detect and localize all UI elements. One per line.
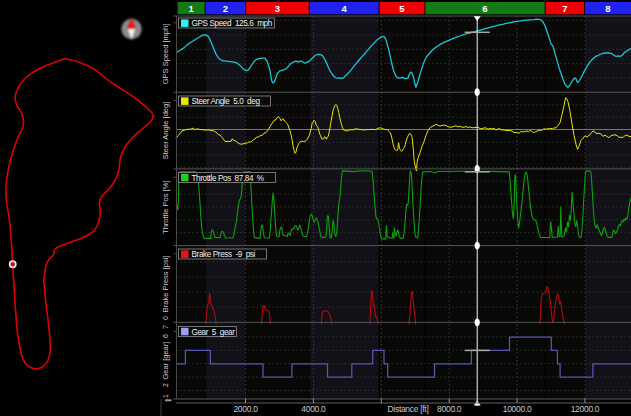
svg-text:Steer Angle [deg]: Steer Angle [deg] xyxy=(161,102,170,160)
svg-text:Throttle Pos [%]: Throttle Pos [%] xyxy=(161,181,170,234)
svg-text:10000.0: 10000.0 xyxy=(503,404,532,414)
svg-text:2: 2 xyxy=(223,3,228,14)
svg-text:Gear [gear]: Gear [gear] xyxy=(161,342,170,380)
svg-text:4000.0: 4000.0 xyxy=(301,404,326,414)
svg-text:8000.0: 8000.0 xyxy=(437,404,462,414)
svg-text:Distance [ft]: Distance [ft] xyxy=(388,404,429,414)
svg-text:4: 4 xyxy=(341,3,347,14)
svg-text:Gear 5 gear: Gear 5 gear xyxy=(192,328,236,337)
svg-text:3: 3 xyxy=(275,3,280,14)
svg-text:2000.0: 2000.0 xyxy=(233,404,258,414)
svg-text:Brake Press [psi]: Brake Press [psi] xyxy=(161,256,170,313)
svg-text:Brake Press -9 psi: Brake Press -9 psi xyxy=(192,250,256,259)
svg-text:0: 0 xyxy=(162,316,169,320)
svg-text:1: 1 xyxy=(162,394,169,398)
svg-text:GPS Speed 125.6 mph: GPS Speed 125.6 mph xyxy=(192,19,273,28)
svg-text:6: 6 xyxy=(162,334,169,338)
svg-text:12000.0: 12000.0 xyxy=(571,404,600,414)
svg-text:Throttle Pos 87.84 %: Throttle Pos 87.84 % xyxy=(192,174,264,183)
svg-text:7: 7 xyxy=(562,3,567,14)
svg-text:1: 1 xyxy=(188,3,194,14)
svg-text:2: 2 xyxy=(162,383,169,387)
svg-text:GPS Speed [mph]: GPS Speed [mph] xyxy=(161,24,170,84)
svg-text:8: 8 xyxy=(605,3,610,14)
svg-text:5: 5 xyxy=(399,3,405,14)
svg-text:Steer Angle 5.0 deg: Steer Angle 5.0 deg xyxy=(192,97,261,106)
svg-text:7: 7 xyxy=(162,325,169,329)
svg-text:6: 6 xyxy=(482,3,487,14)
